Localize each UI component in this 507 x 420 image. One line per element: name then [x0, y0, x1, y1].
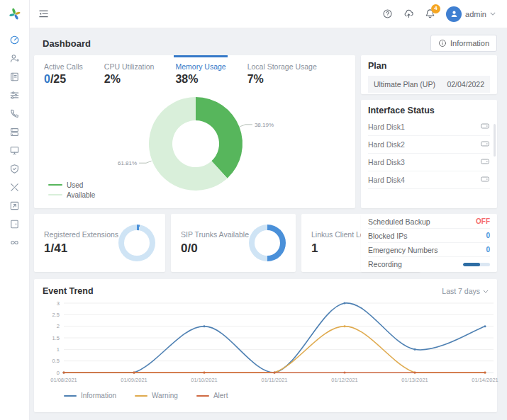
- event-trend-legend: InformationWarningAlert: [64, 392, 489, 399]
- app-window: 4 admin Dashboard: [0, 0, 507, 420]
- x-tick-label: 01/09/2021: [121, 377, 147, 383]
- hard-disk-icon: [480, 139, 490, 150]
- sidebar-item-maintenance[interactable]: [0, 178, 30, 196]
- plan-row: Ultimate Plan (UP) 02/04/2022: [368, 76, 490, 93]
- interface-status-list: Hard Disk1Hard Disk2Hard Disk3Hard Disk4: [368, 118, 490, 189]
- registered-extensions-value: 1/41: [44, 242, 118, 256]
- brand-logo: [0, 0, 29, 28]
- stat-label: Local Storage Usage: [247, 62, 317, 71]
- notification-badge: 4: [431, 4, 440, 13]
- info-icon: [438, 39, 447, 47]
- legend-item-available[interactable]: Available: [48, 190, 95, 200]
- user-menu[interactable]: admin: [446, 6, 496, 22]
- data-point: [344, 372, 346, 374]
- status-row-recording: Recording: [368, 257, 490, 271]
- notification-bell-icon[interactable]: 4: [425, 8, 435, 19]
- stat-tab-local-storage-usage[interactable]: Local Storage Usage7%: [246, 55, 318, 89]
- y-tick-label: 0.5: [52, 358, 60, 364]
- chevron-down-icon: [483, 290, 489, 293]
- status-value: OFF: [476, 217, 490, 225]
- sidebar-item-trunks[interactable]: [0, 123, 30, 141]
- help-icon[interactable]: [382, 8, 393, 19]
- x-tick-label: 01/08/2021: [50, 377, 77, 383]
- x-tick-label: 01/12/2021: [331, 377, 358, 383]
- event-trend-chart: 00.511.522.5301/08/202101/09/202101/10/2…: [43, 299, 500, 391]
- hard-disk-icon: [480, 157, 490, 168]
- cloud-upload-icon[interactable]: [403, 8, 414, 19]
- status-row-scheduled-backup: Scheduled BackupOFF: [368, 215, 490, 229]
- legend-item-information[interactable]: Information: [64, 392, 116, 399]
- content-area: Dashboard Information Active Calls0/25CP…: [30, 28, 507, 420]
- data-point: [484, 325, 486, 327]
- data-point: [484, 372, 486, 374]
- status-value: 0: [486, 246, 490, 254]
- avatar: [446, 6, 462, 22]
- interface-name: Hard Disk1: [368, 123, 405, 131]
- page-title: Dashboard: [43, 38, 91, 49]
- sip-trunks-value: 0/0: [181, 242, 249, 256]
- remote-icon: [9, 219, 20, 229]
- system-stats-card: Active Calls0/25CPU Utilization2%Memory …: [34, 55, 355, 208]
- legend-label: Alert: [213, 392, 228, 399]
- stat-tab-memory-usage[interactable]: Memory Usage38%: [174, 55, 227, 89]
- sidebar-item-remote[interactable]: [0, 215, 30, 233]
- sidebar-item-extensions[interactable]: [0, 49, 30, 67]
- legend-label: Information: [81, 392, 116, 399]
- sidebar-item-monitor[interactable]: [0, 141, 30, 159]
- data-point: [344, 325, 346, 327]
- collapse-menu-icon[interactable]: [38, 8, 49, 19]
- x-tick-label: 01/13/2021: [401, 377, 428, 383]
- legend-label: Available: [67, 191, 95, 199]
- y-tick-label: 0: [57, 370, 60, 376]
- sip-trunks-label: SIP Trunks Available: [181, 230, 249, 239]
- stat-tab-cpu-utilization[interactable]: CPU Utilization2%: [103, 55, 156, 89]
- legend-swatch: [196, 395, 209, 397]
- interface-name: Hard Disk2: [368, 140, 405, 149]
- data-point: [274, 372, 276, 374]
- sidebar-item-dashboard[interactable]: [0, 30, 30, 49]
- stat-value: 38%: [175, 73, 225, 86]
- interface-row: Hard Disk4: [368, 171, 490, 189]
- telephony-icon: [9, 108, 20, 119]
- stat-label: Memory Usage: [175, 62, 225, 71]
- trunks-icon: [9, 127, 20, 137]
- status-value: 0: [486, 232, 490, 239]
- information-button[interactable]: Information: [430, 35, 497, 52]
- x-tick-label: 01/10/2021: [191, 377, 218, 383]
- hard-disk-icon: [480, 121, 490, 132]
- username-label: admin: [465, 10, 486, 18]
- legend-item-warning[interactable]: Warning: [135, 392, 178, 399]
- sidebar: [0, 0, 30, 420]
- date-range-value: Last 7 days: [442, 287, 480, 295]
- x-tick-label: 01/11/2021: [262, 377, 288, 383]
- sidebar-item-telephony[interactable]: [0, 104, 30, 123]
- interface-status-card: Interface Status Hard Disk1Hard Disk2Har…: [361, 100, 497, 208]
- monitor-icon: [9, 145, 20, 156]
- scrollbar-thumb[interactable]: [494, 124, 496, 157]
- stat-value: 2%: [104, 73, 155, 86]
- memory-chart-legend: UsedAvailable: [48, 180, 95, 200]
- sidebar-item-integrations[interactable]: [0, 233, 30, 251]
- stat-value: 0/25: [44, 73, 83, 86]
- legend-item-alert[interactable]: Alert: [196, 392, 228, 399]
- stat-tab-active-calls[interactable]: Active Calls0/25: [43, 55, 84, 89]
- legend-swatch: [135, 395, 147, 397]
- sidebar-item-app-center[interactable]: [0, 196, 30, 215]
- sidebar-item-contacts[interactable]: [0, 67, 30, 86]
- integrations-icon: [9, 237, 20, 248]
- date-range-dropdown[interactable]: Last 7 days: [442, 287, 489, 295]
- status-label: Blocked IPs: [368, 232, 407, 240]
- interface-row: Hard Disk1: [368, 118, 490, 136]
- stat-tabs: Active Calls0/25CPU Utilization2%Memory …: [34, 55, 355, 89]
- app-center-icon: [9, 200, 20, 211]
- legend-item-used[interactable]: Used: [48, 180, 95, 190]
- sip-trunks-ring: [249, 225, 286, 261]
- sidebar-item-security[interactable]: [0, 159, 30, 178]
- sidebar-item-call-features[interactable]: [0, 86, 30, 104]
- security-icon: [9, 164, 20, 174]
- y-tick-label: 1.5: [52, 335, 60, 341]
- status-label: Recording: [368, 260, 402, 268]
- plan-card: Plan Ultimate Plan (UP) 02/04/2022: [361, 55, 497, 94]
- stat-label: CPU Utilization: [104, 62, 155, 71]
- event-trend-title: Event Trend: [43, 286, 94, 296]
